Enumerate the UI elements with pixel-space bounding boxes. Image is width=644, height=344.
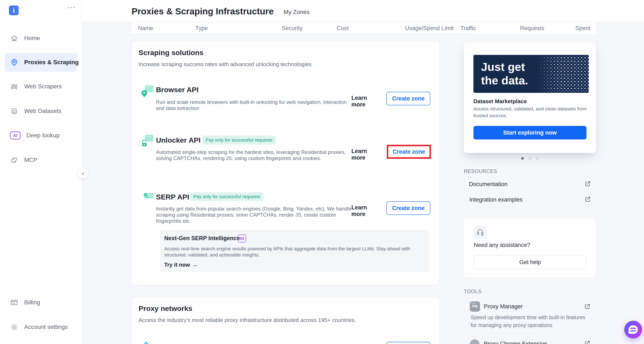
sidebar-collapse-button[interactable]: ‹ (78, 168, 88, 179)
sidebar-item-label: Account settings (24, 324, 68, 331)
highlight-annotation: Create zone (387, 145, 431, 159)
try-it-now-link[interactable]: Try it now→ (164, 262, 198, 268)
sidebar-item-web-scrapers[interactable]: Web Scrapers (0, 78, 82, 95)
page-title: Proxies & Scraping Infrastructure (132, 6, 274, 16)
gear-icon (10, 323, 18, 331)
banner-image: Just get the data. (474, 55, 589, 93)
sidebar-item-web-datasets[interactable]: Web Datasets (0, 103, 82, 120)
promo-title: Next-Gen SERP Intelligence (164, 235, 240, 242)
column-security[interactable]: Security (282, 25, 302, 32)
location-pin-icon (10, 58, 18, 67)
column-type[interactable]: Type (196, 25, 208, 32)
sidebar-item-home[interactable]: Home (0, 30, 82, 47)
external-link-icon[interactable] (584, 303, 590, 310)
more-options-icon[interactable]: ⋯ (67, 2, 76, 12)
learn-more-link[interactable]: Learn more (352, 148, 381, 161)
divider (132, 75, 440, 75)
proxy-networks-card: Proxy networks Access the industry’s mos… (132, 298, 440, 344)
unlocker-api-icon (141, 135, 154, 147)
chrome-extension-icon (470, 339, 480, 344)
column-requests[interactable]: Requests (520, 25, 544, 32)
carousel-dot[interactable] (536, 157, 539, 160)
chat-widget-button[interactable] (624, 321, 642, 339)
sidebar-item-label: Proxies & Scraping (24, 59, 79, 66)
start-exploring-button[interactable]: Start exploring now (474, 126, 586, 140)
divider (132, 123, 440, 123)
carousel-dots (464, 157, 596, 161)
column-spent[interactable]: Spent (575, 25, 590, 32)
promo-card-description: Access structured, validated, and clean … (474, 106, 589, 119)
resources-label: RESOURCES (464, 168, 497, 174)
resource-integration-examples-link[interactable]: Integration examples (469, 196, 523, 203)
sidebar-item-label: Home (24, 35, 40, 41)
sidebar-item-mcp[interactable]: MCP (0, 152, 82, 169)
card-title: Proxy networks (138, 304, 192, 313)
tab-my-zones[interactable]: My Zones (284, 9, 310, 15)
solution-name: Browser API (156, 85, 198, 94)
sidebar-item-deep-lookup[interactable]: AI Deep lookup (0, 127, 82, 144)
chat-bubble-icon (628, 325, 638, 334)
create-zone-button-serp-api[interactable]: Create zone (386, 201, 430, 215)
solution-name: SERP API (156, 193, 189, 201)
create-zone-button-browser-api[interactable]: Create zone (386, 92, 430, 105)
zones-table-header: Name Type Security Cost Usage/Spend Limi… (132, 22, 596, 33)
pay-per-success-badge: Pay only for successful requests (190, 192, 264, 201)
card-title: Scraping solutions (138, 48, 204, 57)
serp-intelligence-promo: Next-Gen SERP Intelligence AI Access rea… (160, 230, 429, 272)
pay-per-success-badge: Pay only for successful requests (202, 136, 276, 145)
proxy-manager-link[interactable]: Proxy Manager (484, 303, 523, 310)
divider (464, 333, 596, 334)
sidebar-item-label: Billing (24, 299, 40, 306)
logo-letter: i (13, 6, 15, 14)
sidebar-item-label: Web Scrapers (24, 83, 62, 90)
card-subtitle: Access the industry’s most reliable prox… (138, 317, 356, 324)
carousel-dot[interactable] (521, 157, 524, 160)
brand-logo[interactable]: i (9, 5, 19, 15)
external-link-icon[interactable] (584, 196, 591, 202)
learn-more-link[interactable]: Learn more (352, 204, 381, 217)
network-name: Residential proxies (156, 343, 222, 344)
carousel-dot[interactable] (528, 157, 531, 160)
sidebar: i ⋯ Home Proxies & Scraping Web Scrapers… (0, 0, 82, 344)
home-icon (10, 34, 18, 42)
promo-description: Access real-time search engine results p… (164, 246, 424, 258)
proxy-manager-description: Speed up development time with built-in … (471, 314, 590, 329)
column-name[interactable]: Name (138, 25, 153, 32)
column-usage-spend-limit[interactable]: Usage/Spend Limit (405, 25, 454, 32)
external-link-icon[interactable] (584, 180, 591, 187)
assistance-card: Need any assistance? Get help (464, 218, 596, 278)
credit-card-icon (10, 298, 18, 307)
sidebar-item-proxies-scraping[interactable]: Proxies & Scraping (0, 54, 82, 71)
create-zone-button-unlocker-api[interactable]: Create zone (392, 149, 425, 155)
promo-card-title: Dataset Marketplace (474, 98, 527, 105)
tools-label: TOOLS (464, 289, 482, 294)
sidebar-item-label: Deep lookup (26, 132, 60, 139)
card-subtitle: Increase scraping success rates with adv… (138, 61, 312, 68)
resource-documentation-link[interactable]: Documentation (469, 181, 508, 187)
get-help-button[interactable]: Get help (474, 255, 586, 269)
solution-description: Instantly get data from popular search e… (156, 206, 356, 224)
banner-text: Just get the data. (481, 60, 528, 87)
headset-icon (474, 226, 486, 239)
external-link-icon[interactable] (584, 340, 590, 344)
divider (132, 179, 440, 179)
sidebar-item-label: MCP (24, 157, 37, 164)
ai-badge-icon: AI (238, 234, 246, 242)
serp-api-icon (141, 191, 154, 203)
sidebar-item-account-settings[interactable]: Account settings (0, 319, 82, 336)
layers-icon (10, 107, 18, 115)
proxy-chrome-extension-link[interactable]: Proxy Chrome Extension (484, 341, 547, 344)
column-cost[interactable]: Cost (337, 25, 349, 32)
top-bar: Proxies & Scraping Infrastructure My Zon… (82, 0, 644, 22)
spider-icon (10, 82, 18, 91)
ai-badge-icon: AI (10, 131, 20, 140)
column-traffic[interactable]: Traffic (460, 25, 476, 32)
sidebar-item-billing[interactable]: Billing (0, 294, 82, 311)
dot-pattern (536, 56, 589, 92)
solution-description: Automated single-step scraping for the h… (156, 149, 356, 161)
browser-api-icon (141, 85, 154, 98)
proxy-manager-icon: PM (470, 301, 480, 312)
learn-more-link[interactable]: Learn more (352, 95, 381, 108)
create-zone-button-residential[interactable]: Create zone (386, 342, 430, 344)
assistance-title: Need any assistance? (474, 242, 530, 248)
